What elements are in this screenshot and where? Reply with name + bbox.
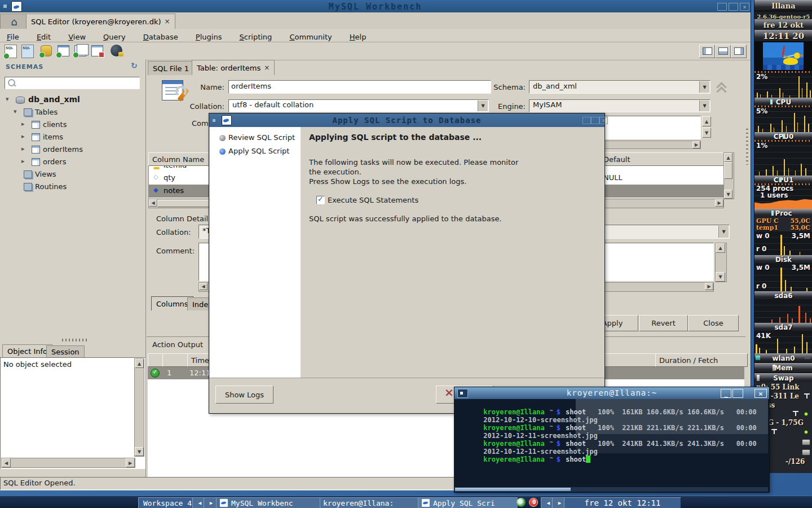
- tray-alert-badge[interactable]: 0: [529, 498, 538, 507]
- menu-view[interactable]: View: [68, 33, 86, 41]
- object-info-hscrollbar[interactable]: ◀ ▶: [1, 458, 135, 468]
- comment-spinner[interactable]: ▲ ▼: [702, 116, 711, 138]
- grid-vscrollbar[interactable]: ▲ ▼: [723, 152, 734, 199]
- duration-fetch-column-header[interactable]: Duration / Fetch: [655, 353, 748, 367]
- status-dot: [804, 430, 808, 434]
- tree-item-clients[interactable]: ▸ clients: [0, 119, 145, 131]
- terminal-close-button[interactable]: ×: [754, 389, 767, 398]
- combo-arrow-icon[interactable]: ▼: [478, 100, 488, 111]
- tree-item-items[interactable]: ▸ items: [0, 131, 145, 143]
- expander-closed-icon[interactable]: ▸: [21, 133, 25, 140]
- collation-combo[interactable]: utf8 - default collation ▼: [228, 99, 489, 112]
- menu-database[interactable]: Database: [143, 33, 178, 41]
- uptime-label: -/126: [785, 458, 805, 466]
- details-comment-vscrollbar[interactable]: ▲ ▼: [715, 243, 727, 282]
- combo-arrow-icon[interactable]: ▼: [699, 81, 709, 93]
- expander-closed-icon[interactable]: ▸: [21, 145, 25, 152]
- schema-search-input[interactable]: [5, 77, 140, 89]
- tree-item-db-and-xml[interactable]: ▾ db_and_xml: [0, 94, 145, 106]
- menu-scripting[interactable]: Scripting: [240, 33, 272, 41]
- tree-item-routines[interactable]: Routines: [0, 181, 145, 193]
- expander-closed-icon[interactable]: ▸: [21, 157, 25, 165]
- users-label: 1 users: [760, 191, 788, 199]
- sidebar-splitter[interactable]: [62, 339, 87, 341]
- new-table-icon[interactable]: [58, 45, 69, 56]
- maximize-button[interactable]: [729, 3, 738, 11]
- workspace-label: Workspace 4: [143, 499, 192, 507]
- close-button[interactable]: ×: [740, 3, 749, 11]
- combo-arrow-icon[interactable]: ▼: [718, 226, 729, 238]
- tray-plant-icon[interactable]: [517, 498, 526, 507]
- workspace-indicator[interactable]: Workspace 4: [138, 497, 197, 508]
- terminal-prompt-line: kroyeren@Illana~$shoot: [459, 448, 590, 456]
- tree-item-views[interactable]: Views: [0, 168, 145, 181]
- menu-file[interactable]: File: [7, 33, 19, 41]
- revert-button[interactable]: Revert: [639, 315, 688, 331]
- task-icon: [219, 498, 228, 507]
- menu-plugins[interactable]: Plugins: [196, 33, 222, 41]
- execute-sql-checkbox[interactable]: ✓: [316, 196, 325, 204]
- expander-closed-icon[interactable]: ▸: [21, 120, 25, 128]
- task-mysql-workbench[interactable]: MySQL Workbenc: [216, 497, 323, 508]
- terminal-maximize-button[interactable]: [732, 389, 743, 398]
- session-tab[interactable]: Session: [46, 345, 85, 357]
- schema-combo[interactable]: db_and_xml ▼: [529, 80, 710, 94]
- new-view-icon[interactable]: [74, 45, 86, 56]
- home-tab[interactable]: ⌂: [0, 14, 28, 29]
- tab-close-icon[interactable]: ×: [165, 17, 170, 25]
- terminal-window: kroyeren@Illana:~ _ × kroyeren@Illana~$s…: [454, 387, 770, 493]
- disk2-write-max: 3,5M: [792, 264, 810, 271]
- collation-value: utf8 - default collation: [232, 100, 314, 109]
- terminal-hscrollbar[interactable]: [454, 487, 768, 492]
- dialog-close-button[interactable]: ×: [599, 117, 608, 124]
- menu-help[interactable]: Help: [350, 33, 367, 41]
- tab-close-icon[interactable]: ×: [264, 64, 270, 72]
- toggle-bottom-panel-button[interactable]: [715, 45, 731, 58]
- tree-item-tables[interactable]: ▾ Tables: [0, 106, 145, 119]
- dialog-heading: Applying SQL script to the database ...: [309, 133, 482, 142]
- new-sql-file-icon[interactable]: SQL: [5, 45, 17, 58]
- toggle-right-panel-button[interactable]: [731, 45, 747, 58]
- expander-open-icon[interactable]: ▾: [6, 95, 9, 103]
- open-sql-file-icon[interactable]: SQL: [21, 45, 34, 58]
- step-review-label: Review SQL Script: [228, 133, 295, 142]
- schemas-refresh-icon[interactable]: ↻: [131, 61, 138, 70]
- dialog-maximize-button[interactable]: [591, 117, 599, 124]
- menu-community[interactable]: Community: [289, 33, 332, 41]
- show-logs-button[interactable]: Show Logs: [215, 386, 273, 404]
- dialog-minimize-button[interactable]: _: [582, 117, 591, 124]
- menu-query[interactable]: Query: [103, 33, 126, 41]
- minimize-button[interactable]: _: [717, 3, 727, 11]
- table-editor-icon: [162, 79, 187, 104]
- new-routine-icon[interactable]: [91, 45, 103, 56]
- toggle-left-panel-button[interactable]: [699, 45, 715, 58]
- object-info-vscrollbar[interactable]: ▲ ▼: [134, 358, 144, 457]
- window-titlebar[interactable]: MySQL Workbench _ ×: [0, 0, 751, 12]
- sql-editor-tab[interactable]: SQL Editor (kroyeren@kroyeren.dk) ×: [26, 14, 175, 29]
- combo-arrow-icon[interactable]: ▼: [699, 100, 709, 111]
- mail-button[interactable]: [802, 439, 810, 445]
- right-splitter[interactable]: [746, 129, 748, 165]
- expander-open-icon[interactable]: ▾: [14, 108, 17, 115]
- task-label: MySQL Workbenc: [231, 499, 293, 507]
- workbench-logo-icon[interactable]: [111, 45, 122, 56]
- task-apply-sql-dialog[interactable]: Apply SQL Scri: [418, 497, 518, 508]
- terminal-titlebar[interactable]: kroyeren@Illana:~ _ ×: [454, 387, 769, 399]
- default-header[interactable]: Default: [599, 152, 726, 166]
- mem-bar[interactable]: Mem: [754, 363, 812, 373]
- terminal-body[interactable]: kroyeren@Illana~$shoot 2012-10-12-10-scr…: [454, 399, 768, 487]
- wlan0-bar[interactable]: wlan0: [754, 353, 812, 363]
- mail-button-2[interactable]: [802, 449, 810, 456]
- collapse-panel-icon[interactable]: [715, 82, 729, 95]
- close-table-button[interactable]: Close: [688, 315, 739, 331]
- table-orderitems-tab[interactable]: Table: orderItems ×: [192, 60, 275, 75]
- engine-combo[interactable]: MyISAM ▼: [529, 99, 710, 112]
- name-input[interactable]: orderItems: [228, 80, 491, 94]
- tree-item-orders[interactable]: ▸ orders: [0, 156, 145, 168]
- task-terminal[interactable]: kroyeren@Illana:: [320, 497, 421, 508]
- object-info-tab[interactable]: Object Info: [2, 344, 52, 357]
- new-schema-icon[interactable]: [41, 45, 52, 56]
- menu-edit[interactable]: Edit: [37, 33, 51, 41]
- terminal-minimize-button[interactable]: _: [721, 389, 731, 398]
- tree-item-orderitems[interactable]: ▸ orderItems: [0, 143, 145, 156]
